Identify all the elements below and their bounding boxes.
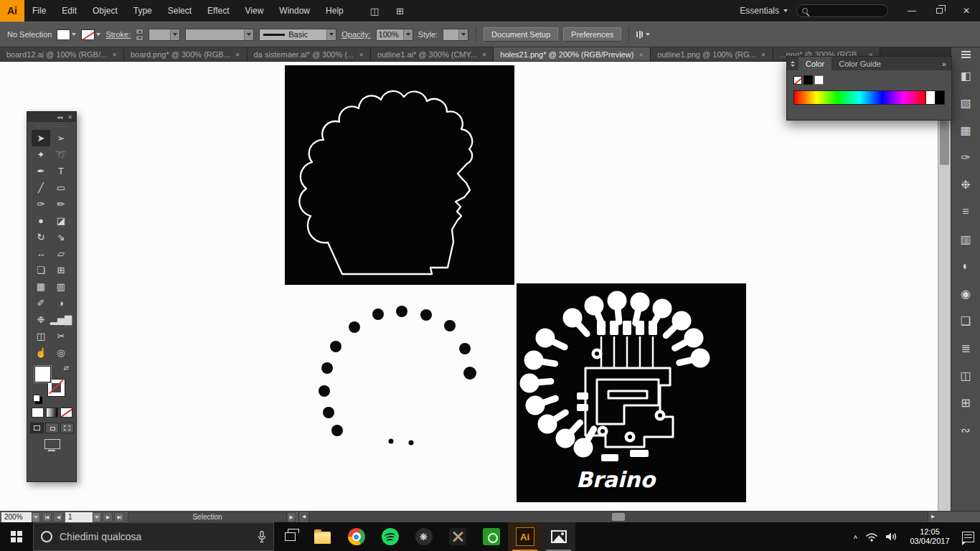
scroll-left-icon[interactable]: ◀ xyxy=(299,512,309,522)
eraser-tool[interactable]: ◪ xyxy=(50,212,72,229)
taskbar-green-app[interactable] xyxy=(474,522,508,551)
collapse-panel-icon[interactable]: ◂◂ xyxy=(57,114,62,121)
fill-swatch[interactable] xyxy=(34,366,51,382)
artboard-dropdown-icon[interactable] xyxy=(93,512,101,522)
taskbar-photos[interactable] xyxy=(542,522,575,551)
zoom-dropdown-icon[interactable] xyxy=(32,512,40,522)
width-tool[interactable]: ↔ xyxy=(32,245,50,262)
canvas-area[interactable]: Braino xyxy=(0,62,938,511)
menu-help[interactable]: Help xyxy=(318,0,352,22)
dock-stroke-icon[interactable]: ≡ xyxy=(951,198,980,225)
menu-select[interactable]: Select xyxy=(160,0,199,22)
selection-tool[interactable]: ➤ xyxy=(32,130,50,146)
dock-artboards-icon[interactable]: ◫ xyxy=(951,362,980,389)
document-tab[interactable]: outline1.ai* @ 300% (CMY...✕ xyxy=(371,47,494,61)
perspective-grid-tool[interactable]: ⊞ xyxy=(50,262,72,278)
menu-type[interactable]: Type xyxy=(126,0,160,22)
screen-mode-button[interactable] xyxy=(43,439,60,451)
tab-close-icon[interactable]: ✕ xyxy=(235,52,240,58)
tab-close-icon[interactable]: ✕ xyxy=(359,52,364,58)
close-button[interactable]: ✕ xyxy=(953,0,980,22)
workspace-switcher[interactable]: Essentials xyxy=(731,6,796,16)
brush-definition-dropdown[interactable] xyxy=(185,29,254,41)
dock-symbols-icon[interactable]: ❉ xyxy=(951,171,980,198)
document-tab[interactable]: board.png* @ 300% (RGB...✕ xyxy=(124,47,248,61)
tab-color-guide[interactable]: Color Guide xyxy=(831,57,888,70)
tab-close-icon[interactable]: ✕ xyxy=(482,52,487,58)
stroke-weight-stepper[interactable] xyxy=(136,29,143,41)
spectrum-gradient[interactable] xyxy=(794,91,925,104)
column-graph-tool[interactable]: ▂▅▇ xyxy=(50,311,72,328)
none-button[interactable] xyxy=(60,408,72,418)
draw-inside-button[interactable] xyxy=(60,423,74,433)
horizontal-scrollbar-thumb[interactable] xyxy=(612,513,625,521)
zoom-field[interactable]: 200% xyxy=(1,512,32,522)
blob-brush-tool[interactable]: ● xyxy=(32,212,50,229)
dock-brushes-icon[interactable]: ✑ xyxy=(951,143,980,171)
collapse-icons-chevron[interactable]: » xyxy=(937,57,951,70)
opacity-label[interactable]: Opacity: xyxy=(341,30,370,39)
tab-close-icon[interactable]: ✕ xyxy=(639,52,644,58)
preferences-button[interactable]: Preferences xyxy=(563,27,621,42)
document-setup-button[interactable]: Document Setup xyxy=(484,27,558,42)
taskbar-dark-app[interactable]: ❋ xyxy=(407,522,440,551)
taskbar-chrome[interactable] xyxy=(339,522,373,551)
dock-transparency-icon[interactable]: ◐ xyxy=(951,253,980,280)
panel-cycle-icon[interactable] xyxy=(787,57,798,70)
rectangle-tool[interactable]: ▭ xyxy=(50,179,72,196)
gradient-tool[interactable]: ▥ xyxy=(50,278,72,295)
menu-window[interactable]: Window xyxy=(271,0,318,22)
paintbrush-tool[interactable]: ✑ xyxy=(32,196,50,212)
white-swatch[interactable] xyxy=(814,75,824,85)
document-tab[interactable]: holes21.png* @ 200% (RGB/Preview)✕ xyxy=(494,47,651,61)
dock-color-guide-icon[interactable]: ▧ xyxy=(951,89,980,116)
dock-graphic-styles-icon[interactable]: ❑ xyxy=(951,307,980,334)
rotate-tool[interactable]: ↻ xyxy=(32,229,50,245)
opacity-field[interactable]: 100% xyxy=(376,29,413,41)
scale-tool[interactable]: ⇘ xyxy=(50,229,72,245)
scroll-right-icon[interactable]: ▶ xyxy=(928,512,938,522)
color-button[interactable] xyxy=(32,408,44,418)
volume-icon[interactable] xyxy=(885,532,897,542)
prev-artboard-button[interactable]: ◀ xyxy=(53,512,63,522)
pen-tool[interactable]: ✒ xyxy=(32,163,50,179)
taskbar-clock[interactable]: 12:05 03/04/2017 xyxy=(905,527,955,546)
tab-close-icon[interactable]: ✕ xyxy=(112,52,117,58)
menu-file[interactable]: File xyxy=(24,0,54,22)
stroke-weight-field[interactable] xyxy=(149,29,180,41)
dock-links-icon[interactable]: ∾ xyxy=(951,416,980,443)
align-dropdown[interactable] xyxy=(636,31,650,39)
action-center-icon[interactable] xyxy=(962,532,974,542)
close-panel-icon[interactable]: ✕ xyxy=(67,114,72,121)
color-spectrum[interactable] xyxy=(793,90,945,105)
microphone-icon[interactable] xyxy=(258,531,266,543)
tools-panel-header[interactable]: ◂◂ ✕ xyxy=(27,112,76,122)
document-tab[interactable]: outline1.png @ 100% (RG...✕ xyxy=(651,47,773,61)
artboard-field[interactable]: 1 xyxy=(65,512,93,522)
eyedropper-tool[interactable]: ✐ xyxy=(32,295,50,311)
wifi-icon[interactable] xyxy=(865,532,878,542)
magic-wand-tool[interactable]: ✦ xyxy=(32,146,50,163)
taskbar-tools-app[interactable] xyxy=(440,522,474,551)
blend-tool[interactable]: ◑ xyxy=(50,295,72,311)
artboard-tool[interactable]: ◫ xyxy=(32,328,50,344)
dock-swatches-icon[interactable]: ▦ xyxy=(951,116,980,143)
slice-tool[interactable]: ✂ xyxy=(50,328,72,344)
fill-color-dropdown[interactable] xyxy=(57,29,76,40)
hand-tool[interactable]: ☝ xyxy=(32,344,50,361)
document-tab[interactable]: da sistemaer.ai* @ 300% (...✕ xyxy=(248,47,371,61)
minimize-button[interactable]: — xyxy=(898,0,925,22)
none-swatch[interactable] xyxy=(793,76,802,85)
menu-edit[interactable]: Edit xyxy=(54,0,85,22)
mesh-tool[interactable]: ▦ xyxy=(32,278,50,295)
pencil-tool[interactable]: ✏ xyxy=(50,196,72,212)
spectrum-black[interactable] xyxy=(935,91,944,104)
stroke-color-dropdown[interactable] xyxy=(81,29,100,40)
taskbar-illustrator[interactable]: Ai xyxy=(508,522,542,551)
draw-behind-button[interactable] xyxy=(45,423,59,433)
dock-color-icon[interactable]: ◧ xyxy=(951,62,980,89)
free-transform-tool[interactable]: ▱ xyxy=(50,245,72,262)
show-hidden-icons-chevron[interactable]: ∧ xyxy=(853,534,858,540)
status-menu-icon[interactable]: ▶ xyxy=(287,512,296,522)
restore-button[interactable] xyxy=(925,0,953,22)
